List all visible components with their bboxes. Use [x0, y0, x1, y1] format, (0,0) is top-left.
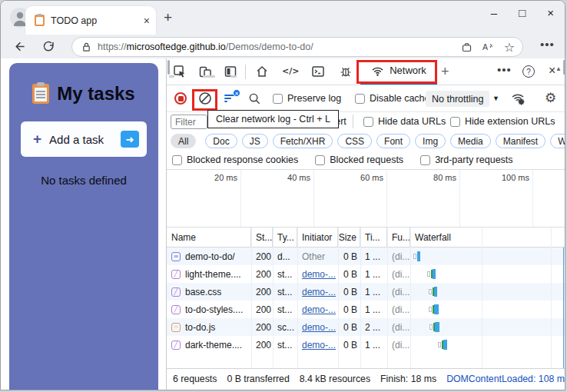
column-header[interactable]: Size [338, 228, 360, 247]
table-row[interactable]: ╱to-do-styles.... 200 st... demo-... 0 B… [167, 301, 565, 318]
checkbox-icon[interactable] [273, 94, 283, 104]
name-cell[interactable]: ╱to-do-styles.... [167, 301, 251, 318]
column-header[interactable]: Name [167, 228, 251, 247]
new-tab-button[interactable]: + [164, 9, 172, 26]
time-cell: 1 ... [360, 301, 387, 318]
checkbox-icon[interactable] [363, 117, 373, 127]
filter-toggle-icon[interactable]: × [224, 95, 237, 104]
initiator-cell[interactable]: demo-... [297, 318, 338, 336]
overview-activity-bar [169, 75, 174, 78]
sort-ascending-icon[interactable]: ▲ [555, 65, 562, 72]
blocked-filters-row: Blocked response cookiesBlocked requests… [167, 151, 565, 170]
status-bar-item: 6 requests [173, 374, 217, 384]
table-row[interactable]: ╱dark-theme.... 200 st... demo-... 0 B 1… [167, 336, 565, 354]
issues-bug-icon[interactable] [339, 65, 353, 78]
inspect-element-icon[interactable] [173, 65, 187, 78]
initiator-cell[interactable]: Other [297, 247, 338, 265]
fulfilled-cell: (di... [387, 336, 410, 354]
settings-gear-icon[interactable]: ⚙ [545, 90, 556, 105]
initiator-cell[interactable]: demo-... [297, 265, 338, 283]
type-filter-pill[interactable]: Img [415, 134, 446, 148]
type-cell: sc... [273, 318, 297, 336]
elements-tab-icon[interactable]: </> [282, 66, 299, 76]
blocked-filter-checkbox[interactable]: Blocked requests [315, 154, 403, 165]
browser-tab[interactable]: TODO app × [25, 6, 156, 35]
blocked-filter-checkbox[interactable]: 3rd-party requests [420, 154, 512, 165]
name-cell[interactable]: ≡demo-to-do/ [167, 247, 251, 265]
type-filter-pill[interactable]: JS [242, 134, 268, 148]
add-task-button[interactable]: + Add a task ➜ [21, 121, 147, 157]
table-row[interactable]: ≡demo-to-do/ 200 d... Other 0 B 1 ... (d… [167, 247, 565, 265]
table-row[interactable]: ‹›to-do.js 200 sc... demo-... 0 B 2 ... … [167, 318, 565, 336]
network-conditions-icon[interactable] [511, 91, 526, 105]
annotation-box-clear-button [192, 89, 217, 111]
read-aloud-icon[interactable]: A [482, 42, 495, 53]
divider [353, 115, 353, 128]
checkbox-icon[interactable] [172, 155, 182, 165]
type-filter-pill[interactable]: All [171, 134, 196, 148]
column-header[interactable]: Initiator [297, 228, 338, 247]
tab-close-icon[interactable]: × [144, 15, 150, 26]
devtools-close-icon[interactable]: × [549, 64, 555, 78]
welcome-tab-icon[interactable] [255, 65, 269, 78]
checkbox-icon[interactable] [315, 155, 325, 165]
initiator-cell[interactable]: demo-... [297, 336, 338, 354]
name-cell[interactable]: ╱dark-theme.... [167, 336, 251, 354]
overview-right-handle[interactable] [563, 60, 565, 75]
collections-icon[interactable] [461, 42, 472, 53]
checkbox-icon[interactable] [420, 155, 430, 165]
hide-data-urls-checkbox[interactable]: Hide data URLs [363, 116, 446, 127]
record-network-log-icon[interactable] [174, 92, 187, 105]
chevron-down-icon[interactable]: ▼ [492, 95, 499, 102]
window-close-icon[interactable]: × [547, 7, 554, 18]
document-icon: ≡ [171, 252, 181, 261]
timeline-overview[interactable]: 20 ms40 ms60 ms80 ms100 ms [167, 170, 565, 228]
throttling-dropdown[interactable]: No throttling [426, 91, 489, 107]
type-filter-pill[interactable]: Font [376, 134, 410, 148]
maximize-icon[interactable]: □ [519, 7, 526, 18]
name-cell[interactable]: ╱base.css [167, 283, 251, 301]
fulfilled-cell: (di... [387, 318, 410, 336]
column-header[interactable]: St... [251, 228, 273, 247]
name-cell[interactable]: ‹›to-do.js [167, 318, 251, 336]
type-filter-pill[interactable]: Media [450, 134, 491, 148]
name-cell[interactable]: ╱light-theme.... [167, 265, 251, 283]
initiator-cell[interactable]: demo-... [297, 301, 338, 318]
more-tabs-icon[interactable]: + [441, 64, 449, 80]
console-tab-icon[interactable] [311, 65, 325, 78]
search-icon[interactable] [248, 92, 261, 105]
refresh-button[interactable] [39, 37, 58, 55]
window-controls: – □ × [491, 7, 562, 18]
table-row[interactable]: ╱light-theme.... 200 st... demo-... 0 B … [167, 265, 565, 283]
hide-extension-urls-checkbox[interactable]: Hide extension URLs [450, 116, 555, 127]
devtools-menu-icon[interactable]: ••• [497, 63, 512, 76]
type-filter-pill[interactable]: CSS [337, 134, 372, 148]
initiator-cell[interactable]: demo-... [297, 283, 338, 301]
checkbox-icon[interactable] [355, 94, 365, 104]
timeline-tick: 40 ms [241, 170, 314, 227]
overview-left-handle[interactable] [167, 60, 170, 75]
back-button[interactable] [10, 37, 28, 55]
table-row[interactable]: ╱base.css 200 st... demo-... 0 B 1 ... (… [167, 283, 565, 301]
type-filter-pill[interactable]: Fetch/XHR [273, 134, 333, 148]
type-filter-pill[interactable]: Manifest [496, 134, 545, 148]
help-icon[interactable]: ? [522, 65, 535, 78]
column-header[interactable]: Ty... [273, 228, 297, 247]
type-filter-pill[interactable]: WS [550, 134, 565, 148]
address-bar[interactable]: https://microsoftedge.github.io/Demos/de… [71, 37, 523, 57]
blocked-filter-checkbox[interactable]: Blocked response cookies [172, 154, 298, 165]
preserve-log-checkbox[interactable]: Preserve log [273, 93, 341, 104]
requests-table-header: NameSt...Ty...InitiatorSizeTi...Fu...Wat… [167, 228, 565, 247]
column-header[interactable]: Waterfall [410, 228, 565, 247]
type-filter-pill[interactable]: Doc [205, 134, 237, 148]
disable-cache-label: Disable cache [370, 93, 430, 104]
minimize-icon[interactable]: – [491, 7, 497, 18]
filter-input[interactable] [171, 115, 207, 129]
column-header[interactable]: Ti... [360, 228, 387, 247]
browser-menu-icon[interactable]: ••• [540, 38, 555, 51]
checkbox-icon[interactable] [450, 117, 460, 127]
column-header[interactable]: Fu... [387, 228, 410, 247]
submit-task-button[interactable]: ➜ [121, 131, 139, 148]
disable-cache-checkbox[interactable]: Disable cache [355, 93, 430, 104]
favorite-star-icon[interactable]: ☆ [504, 40, 515, 55]
